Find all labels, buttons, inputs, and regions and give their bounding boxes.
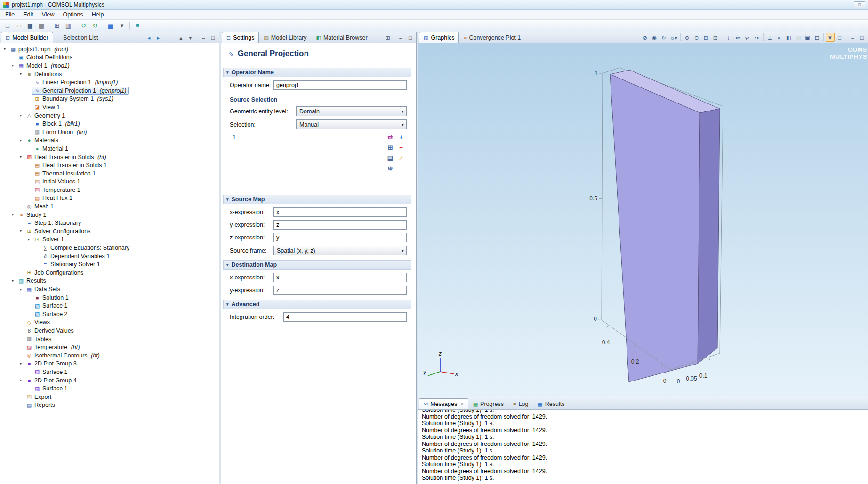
expander-icon[interactable]: ▾ — [18, 362, 24, 366]
paste-selection-button[interactable]: ▤ — [385, 153, 395, 162]
headlight-button[interactable]: ◐ — [775, 33, 784, 42]
select-filter-button[interactable]: ▼ — [826, 33, 835, 42]
plot-button[interactable]: ▅ — [105, 21, 116, 31]
copy-button[interactable]: ⊞ — [52, 21, 62, 31]
zoom-selection-button[interactable]: ⊕ — [385, 164, 395, 173]
tab-convergence-plot-1[interactable]: ≈Convergence Plot 1 — [459, 32, 525, 43]
section-destination-map[interactable]: ▾ Destination Map — [223, 260, 411, 270]
tab-model-builder[interactable]: ⊞Model Builder — [1, 32, 53, 43]
expander-icon[interactable]: ▾ — [2, 47, 8, 51]
tree-item-thermal-insulation-1[interactable]: ▤Thermal Insulation 1 — [0, 169, 219, 178]
window-restore-button[interactable]: □ — [854, 1, 865, 8]
tab-model-library[interactable]: ▤Model Library — [259, 32, 311, 43]
tree-item-projtst1-mph[interactable]: ▾▦projtst1.mph (root) — [0, 45, 219, 54]
expander-icon[interactable]: ▾ — [18, 155, 24, 159]
menu-edit[interactable]: Edit — [19, 10, 38, 19]
back-button[interactable]: ◂ — [145, 33, 153, 42]
expander-icon[interactable]: ▾ — [18, 72, 24, 76]
geometric-entity-level-select[interactable]: Domain ▾ — [296, 106, 407, 116]
copy-selection-button[interactable]: ⊞ — [385, 143, 395, 152]
tree-item-materials[interactable]: ▾●Materials — [0, 136, 219, 145]
expander-icon[interactable]: ▾ — [18, 229, 24, 233]
view-options-button[interactable]: ☼▾ — [669, 33, 678, 42]
paste-button[interactable]: ▥ — [63, 21, 73, 31]
collapse-all-button[interactable]: ▴ — [177, 33, 185, 42]
expand-all-button[interactable]: ▾ — [186, 33, 195, 42]
expander-icon[interactable]: ▾ — [18, 138, 24, 143]
tree-item-surface-1[interactable]: ▧Surface 1 — [0, 384, 219, 393]
view-xy-button[interactable]: xy — [733, 33, 742, 42]
new-window-button[interactable]: □ — [835, 33, 844, 42]
transparency-button[interactable]: ◧ — [784, 33, 793, 42]
view-zx-button[interactable]: zx — [752, 33, 761, 42]
tree-item-surface-1[interactable]: ▧Surface 1 — [0, 302, 219, 310]
remove-selection-button[interactable]: − — [396, 143, 406, 152]
expander-icon[interactable]: ▾ — [18, 113, 24, 118]
minimize-panel-button[interactable]: – — [396, 33, 405, 42]
create-selection-button[interactable]: ∕ — [396, 153, 406, 162]
tree-item-dependent-variables-1[interactable]: ∂Dependent Variables 1 — [0, 252, 219, 261]
tree-item-boundary-system-1[interactable]: ⊞Boundary System 1 (sys1) — [0, 95, 219, 103]
print-view-button[interactable]: ⊟ — [812, 33, 821, 42]
tree-item-surface-1[interactable]: ▧Surface 1 — [0, 368, 219, 376]
selection-list-item[interactable]: 1 — [233, 134, 378, 141]
tree-item-results[interactable]: ▾▥Results — [0, 277, 219, 286]
minimize-panel-button[interactable]: – — [848, 33, 857, 42]
tree-item-temperature-1[interactable]: ▤Temperature 1 — [0, 186, 219, 194]
refresh-button[interactable]: ↻ — [659, 33, 668, 42]
expander-icon[interactable]: ▾ — [10, 63, 16, 68]
selection-listbox[interactable]: 1 — [230, 133, 381, 190]
zoom-box-button[interactable]: ⊡ — [701, 33, 710, 42]
tree-item-temperature[interactable]: ▨Temperature (ht) — [0, 343, 219, 351]
tree-item-job-configurations[interactable]: ⊞Job Configurations — [0, 269, 219, 277]
expander-icon[interactable]: ▾ — [18, 287, 24, 292]
tree-item-heat-transfer-in-solids[interactable]: ▾▨Heat Transfer in Solids (ht) — [0, 153, 219, 161]
zoom-extents-button[interactable]: ⊞ — [711, 33, 720, 42]
tree-item-solver-1[interactable]: ▾⊡Solver 1 — [0, 236, 219, 244]
tab-messages[interactable]: ✉Messages× — [419, 398, 468, 409]
default-view-button[interactable]: ↓ — [724, 33, 733, 42]
tree-item-views[interactable]: ◇Views — [0, 318, 219, 327]
snapshot-button[interactable]: ▣ — [803, 33, 812, 42]
destination-x-expression-input[interactable] — [273, 273, 407, 282]
tree-item-study-1[interactable]: ▾≈Study 1 — [0, 211, 219, 219]
view-yz-button[interactable]: yz — [743, 33, 752, 42]
source-z-expression-input[interactable] — [273, 233, 407, 242]
wireframe-button[interactable]: ◫ — [794, 33, 803, 42]
integration-order-input[interactable] — [283, 312, 407, 322]
tree-item-derived-values[interactable]: 8Derived Values — [0, 326, 219, 335]
tab-selection-list[interactable]: ≡Selection List — [53, 32, 103, 43]
tree-item-global-definitions[interactable]: ◉Global Definitions — [0, 54, 219, 62]
tab-graphics[interactable]: ▧Graphics — [419, 32, 459, 43]
source-frame-select[interactable]: Spatial (x, y, z) ▾ — [273, 246, 407, 255]
section-source-map[interactable]: ▾ Source Map — [223, 195, 411, 204]
tree-item-2d-plot-group-3[interactable]: ▾■2D Plot Group 3 — [0, 360, 219, 368]
tree-item-model-1[interactable]: ▾▦Model 1 (mod1) — [0, 62, 219, 70]
section-advanced[interactable]: ▾ Advanced — [223, 300, 411, 309]
tree-item-block-1[interactable]: ■Block 1 (blk1) — [0, 119, 219, 128]
undo-button[interactable]: ↺ — [79, 21, 89, 31]
source-x-expression-input[interactable] — [273, 207, 407, 217]
visibility-button[interactable]: ◉ — [650, 33, 659, 42]
menu-options[interactable]: Options — [59, 10, 88, 19]
tree-item-geometry-1[interactable]: ▾△Geometry 1 — [0, 111, 219, 120]
messages-content[interactable]: Solution time (Study 1): 1 s.Number of d… — [418, 410, 868, 484]
menu-help[interactable]: Help — [88, 10, 108, 19]
orthographic-button[interactable]: ⊥ — [765, 33, 774, 42]
graphics-canvas[interactable]: 10.500.40.2000.050.1xyz — [418, 43, 868, 397]
deselect-button[interactable]: ⊘ — [641, 33, 650, 42]
tree-item-mesh-1[interactable]: ◎Mesh 1 — [0, 202, 219, 211]
tree-item-data-sets[interactable]: ▾▦Data Sets — [0, 285, 219, 294]
tree-item-definitions[interactable]: ▾≡Definitions — [0, 70, 219, 79]
tree-item-view-1[interactable]: ◪View 1 — [0, 103, 219, 111]
tab-settings[interactable]: ⊟Settings — [222, 32, 259, 43]
tree-item-tables[interactable]: ▦Tables — [0, 335, 219, 343]
expander-icon[interactable]: ▾ — [10, 279, 16, 283]
detach-panel-button[interactable]: ⊞ — [383, 33, 392, 42]
expander-icon[interactable]: ▾ — [18, 378, 24, 382]
preferences-button[interactable]: ≡ — [132, 21, 143, 31]
zoom-out-button[interactable]: ⊖ — [692, 33, 701, 42]
expander-icon[interactable]: ▾ — [26, 238, 32, 242]
tree-item-2d-plot-group-4[interactable]: ▾■2D Plot Group 4 — [0, 376, 219, 385]
selection-select[interactable]: Manual ▾ — [296, 119, 407, 129]
